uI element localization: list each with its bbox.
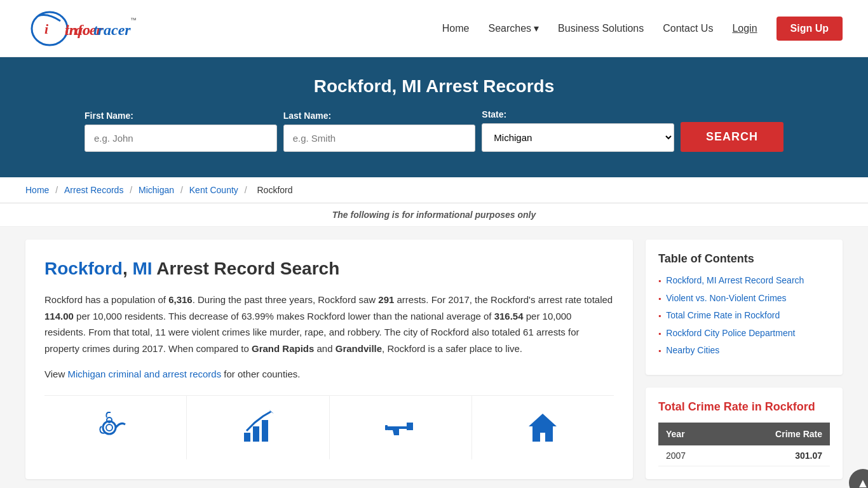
logo-area: i tracer ™ info tracer (25, 10, 153, 48)
crime-year-2007: 2007 (658, 445, 720, 466)
first-name-input[interactable] (85, 125, 277, 152)
breadcrumb-arrest-records[interactable]: Arrest Records (64, 185, 123, 195)
breadcrumb-home[interactable]: Home (25, 185, 49, 195)
left-panel: Rockford, MI Arrest Record Search Rockfo… (25, 240, 633, 479)
breadcrumb-sep-2: / (130, 185, 135, 195)
toc-link-1[interactable]: Rockford, MI Arrest Record Search (666, 274, 804, 287)
right-panel: Table of Contents Rockford, MI Arrest Re… (646, 240, 843, 479)
breadcrumb-sep-3: / (180, 185, 186, 195)
toc-item-5: Nearby Cities (658, 344, 830, 357)
search-button[interactable]: SEARCH (681, 122, 783, 152)
icon-cell-gun (330, 396, 472, 459)
title-state: MI (132, 259, 152, 278)
svg-text:info: info (65, 22, 90, 38)
breadcrumb-sep-4: / (245, 185, 250, 195)
icons-row (44, 395, 614, 459)
nav-business-solutions[interactable]: Business Solutions (558, 23, 644, 34)
toc-link-4[interactable]: Rockford City Police Department (666, 327, 795, 340)
svg-marker-14 (529, 414, 557, 442)
breadcrumb-michigan[interactable]: Michigan (139, 185, 174, 195)
breadcrumb-kent-county[interactable]: Kent County (189, 185, 238, 195)
title-city: Rockford (44, 259, 123, 278)
crime-table-body: 2007 301.07 (658, 445, 830, 466)
search-form: First Name: Last Name: State: Michigan A… (85, 109, 783, 152)
toc-item-2: Violent vs. Non-Violent Crimes (658, 292, 830, 305)
table-row: 2007 301.07 (658, 445, 830, 466)
state-label: State: (482, 109, 674, 119)
crime-table-header-row: Year Crime Rate (658, 423, 830, 445)
nav-home[interactable]: Home (442, 23, 470, 34)
breadcrumb: Home / Arrest Records / Michigan / Kent … (0, 177, 868, 203)
hero-title: Rockford, MI Arrest Records (25, 76, 843, 97)
title-rest: Arrest Record Search (156, 259, 339, 278)
svg-text:™: ™ (130, 17, 137, 24)
svg-rect-13 (385, 425, 388, 430)
toc-title: Table of Contents (658, 252, 830, 266)
first-name-group: First Name: (85, 111, 277, 152)
info-bar-text: The following is for informational purpo… (332, 210, 536, 220)
last-name-input[interactable] (283, 125, 476, 152)
breadcrumb-current: Rockford (257, 185, 293, 195)
chart-icon (239, 409, 277, 447)
svg-point-7 (106, 424, 112, 431)
last-name-group: Last Name: (283, 111, 476, 152)
svg-rect-11 (262, 420, 268, 442)
toc-link-2[interactable]: Violent vs. Non-Violent Crimes (666, 292, 786, 305)
main-nav: Home Searches ▾ Business Solutions Conta… (442, 17, 843, 41)
toc-list: Rockford, MI Arrest Record Search Violen… (658, 274, 830, 357)
crime-rate-title: Total Crime Rate in Rockford (658, 400, 830, 414)
gun-icon (381, 409, 419, 447)
article-title: Rockford, MI Arrest Record Search (44, 259, 614, 279)
toc-item-4: Rockford City Police Department (658, 327, 830, 340)
logo-svg: i tracer ™ info tracer (25, 10, 153, 48)
crime-box: Total Crime Rate in Rockford Year Crime … (646, 388, 843, 479)
chevron-up-icon: ▲ (857, 476, 868, 489)
crime-table-year-header: Year (658, 423, 720, 445)
nav-contact-us[interactable]: Contact Us (663, 23, 713, 34)
crime-rate-2007: 301.07 (720, 445, 830, 466)
svg-rect-9 (244, 433, 250, 442)
toc-box: Table of Contents Rockford, MI Arrest Re… (646, 240, 843, 375)
toc-link-3[interactable]: Total Crime Rate in Rockford (666, 309, 780, 322)
svg-text:tracer: tracer (93, 22, 131, 38)
nav-searches[interactable]: Searches ▾ (488, 22, 539, 34)
svg-point-0 (32, 12, 67, 45)
house-icon (524, 409, 562, 447)
info-bar: The following is for informational purpo… (0, 203, 868, 227)
crime-table-rate-header: Crime Rate (720, 423, 830, 445)
state-select[interactable]: Michigan Alabama Alaska Arizona Californ… (482, 123, 674, 152)
handcuffs-icon (97, 409, 135, 447)
signup-button[interactable]: Sign Up (776, 17, 843, 41)
main-content: Rockford, MI Arrest Record Search Rockfo… (0, 227, 868, 488)
icon-cell-chart (187, 396, 329, 459)
login-button[interactable]: Login (732, 23, 757, 34)
crime-rate-table: Year Crime Rate 2007 301.07 (658, 423, 830, 466)
article-paragraph-1: Rockford has a population of 6,316. Duri… (44, 292, 614, 356)
icon-cell-house (472, 396, 614, 459)
michigan-records-link[interactable]: Michigan criminal and arrest records (67, 369, 221, 379)
svg-rect-10 (253, 426, 259, 442)
breadcrumb-sep-1: / (55, 185, 60, 195)
toc-item-1: Rockford, MI Arrest Record Search (658, 274, 830, 287)
last-name-label: Last Name: (283, 111, 476, 121)
toc-link-5[interactable]: Nearby Cities (666, 344, 719, 357)
first-name-label: First Name: (85, 111, 277, 121)
hero-section: Rockford, MI Arrest Records First Name: … (0, 57, 868, 177)
icon-cell-handcuffs (44, 396, 187, 459)
toc-item-3: Total Crime Rate in Rockford (658, 309, 830, 322)
svg-text:i: i (44, 21, 49, 37)
article-paragraph-2: View Michigan criminal and arrest record… (44, 366, 614, 383)
dropdown-arrow-icon: ▾ (534, 22, 539, 34)
header: i tracer ™ info tracer Home Searches ▾ B… (0, 0, 868, 57)
state-group: State: Michigan Alabama Alaska Arizona C… (482, 109, 674, 152)
